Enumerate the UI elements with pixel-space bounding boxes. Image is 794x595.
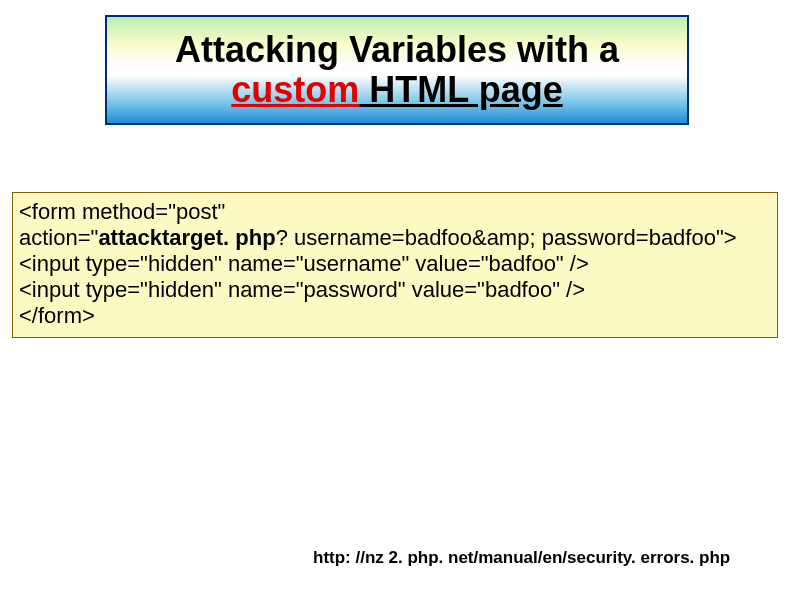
title-line-2: custom HTML page	[231, 70, 562, 110]
code-snippet-box: <form method="post" action="attacktarget…	[12, 192, 778, 338]
footer-source-url: http: //nz 2. php. net/manual/en/securit…	[313, 548, 730, 568]
title-line-1: Attacking Variables with a	[175, 30, 619, 70]
code-line-4: <input type="hidden" name="password" val…	[19, 277, 771, 303]
title-word-custom: custom	[231, 69, 359, 110]
title-rest: HTML page	[359, 69, 562, 110]
code-line-2-post: ? username=badfoo&amp; password=badfoo">	[276, 225, 737, 250]
code-line-1: <form method="post"	[19, 199, 771, 225]
code-line-2: action="attacktarget. php? username=badf…	[19, 225, 771, 251]
code-line-5: </form>	[19, 303, 771, 329]
slide: Attacking Variables with a custom HTML p…	[0, 0, 794, 595]
code-line-2-pre: action="	[19, 225, 98, 250]
code-line-2-bold: attacktarget. php	[98, 225, 275, 250]
slide-title-box: Attacking Variables with a custom HTML p…	[105, 15, 689, 125]
code-line-3: <input type="hidden" name="username" val…	[19, 251, 771, 277]
